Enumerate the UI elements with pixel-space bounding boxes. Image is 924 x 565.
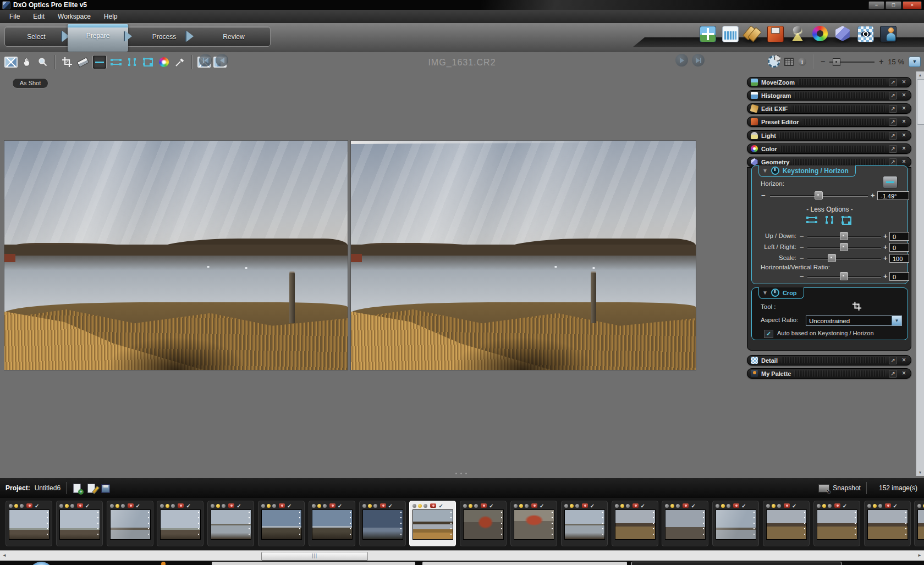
horizontal-scrollbar-thumb[interactable]: ||| bbox=[261, 552, 368, 561]
filmstrip-thumbnail[interactable]: ✓ bbox=[107, 501, 153, 546]
close-icon[interactable]: × bbox=[900, 146, 908, 152]
slider-minus[interactable]: − bbox=[761, 191, 766, 200]
tab-prepare[interactable]: Prepare bbox=[68, 24, 128, 52]
menu-file[interactable]: File bbox=[3, 11, 26, 22]
palette-header-my-palette[interactable]: My Palette ↗ × bbox=[747, 368, 911, 379]
filmstrip-thumbnail[interactable]: ✓ bbox=[763, 501, 810, 546]
thumbnail-photo[interactable] bbox=[564, 509, 605, 540]
slider-plus[interactable]: + bbox=[883, 272, 888, 280]
palette-header-color[interactable]: Color ↗ × bbox=[747, 143, 911, 154]
power-toggle-icon[interactable] bbox=[771, 289, 779, 297]
slider-plus[interactable]: + bbox=[883, 232, 888, 240]
slider-handle[interactable] bbox=[840, 243, 848, 251]
slider-plus[interactable]: + bbox=[883, 254, 888, 262]
undock-icon[interactable]: ↗ bbox=[889, 92, 897, 99]
filmstrip-thumbnail[interactable]: ✓ bbox=[409, 501, 456, 546]
close-icon[interactable]: × bbox=[900, 119, 908, 125]
palette-header-preset-editor[interactable]: Preset Editor ↗ × bbox=[747, 117, 911, 127]
vertical-scrollbar-thumb[interactable] bbox=[917, 79, 924, 125]
next-image-button[interactable] bbox=[675, 54, 688, 67]
menu-edit[interactable]: Edit bbox=[27, 11, 51, 22]
thumbnail-photo[interactable] bbox=[110, 509, 151, 540]
thumbnail-photo[interactable] bbox=[9, 509, 50, 540]
as-shot-button[interactable]: As Shot bbox=[12, 78, 48, 88]
horizon-value-field[interactable]: -1.49° bbox=[877, 191, 909, 200]
thumbnail-photo[interactable] bbox=[59, 509, 100, 540]
thumbnail-photo[interactable] bbox=[312, 509, 353, 540]
thumbnail-photo[interactable] bbox=[261, 509, 302, 540]
undock-icon[interactable]: ↗ bbox=[889, 145, 897, 153]
close-icon[interactable]: × bbox=[900, 92, 908, 99]
undock-icon[interactable]: ↗ bbox=[889, 79, 897, 86]
slider-minus[interactable]: − bbox=[800, 272, 804, 280]
leftright-value-field[interactable]: 0 bbox=[889, 243, 909, 252]
thumbnail-photo[interactable] bbox=[665, 509, 706, 540]
filmstrip-thumbnail[interactable]: ✓ bbox=[258, 501, 305, 546]
start-orb-icon[interactable] bbox=[29, 562, 54, 565]
filmstrip-thumbnail[interactable]: ✓ bbox=[561, 501, 608, 546]
hv-ratio-value-field[interactable]: 0 bbox=[889, 272, 909, 281]
vertical-scrollbar[interactable]: ▲ ▼ bbox=[916, 71, 924, 476]
thumbnail-photo[interactable] bbox=[917, 509, 924, 540]
undock-icon[interactable]: ↗ bbox=[889, 132, 897, 140]
keystone-horizontal-icon[interactable] bbox=[807, 217, 817, 223]
thumbnail-photo[interactable] bbox=[463, 509, 504, 540]
crop-tool-icon[interactable] bbox=[852, 301, 862, 313]
collapse-triangle-icon[interactable]: ▼ bbox=[762, 290, 768, 296]
filmstrip-thumbnail[interactable]: ✓ bbox=[612, 501, 658, 546]
slider-minus[interactable]: − bbox=[800, 243, 804, 251]
thumbnail-photo[interactable] bbox=[211, 509, 251, 540]
palette-header-light[interactable]: Light ↗ × bbox=[747, 130, 911, 141]
filmstrip-thumbnail[interactable]: ✓ bbox=[712, 501, 759, 546]
filmstrip-thumbnail[interactable]: ✓ bbox=[510, 501, 557, 546]
thumbnail-photo[interactable] bbox=[160, 509, 201, 540]
less-options-button[interactable]: - Less Options - bbox=[752, 206, 908, 213]
filmstrip-thumbnail[interactable]: ✓ bbox=[914, 501, 924, 546]
updown-value-field[interactable]: 0 bbox=[889, 232, 909, 241]
palette-header-edit-exif[interactable]: Edit EXIF ↗ × bbox=[747, 103, 911, 114]
horizontal-scrollbar[interactable]: ◄ ||| ► bbox=[0, 550, 924, 561]
scroll-down-icon[interactable]: ▼ bbox=[916, 470, 924, 474]
close-icon[interactable]: × bbox=[900, 370, 908, 377]
thumbnail-photo[interactable] bbox=[716, 509, 756, 540]
slider-minus[interactable]: − bbox=[800, 254, 804, 262]
palette-header-detail[interactable]: Detail ↗ × bbox=[747, 355, 911, 365]
slider-track[interactable] bbox=[807, 258, 881, 259]
palette-header-histogram[interactable]: Histogram ↗ × bbox=[747, 90, 911, 101]
close-icon[interactable]: × bbox=[900, 132, 908, 139]
filmstrip-thumbnail[interactable]: ✓ bbox=[813, 501, 860, 546]
menu-help[interactable]: Help bbox=[98, 11, 124, 22]
filmstrip-thumbnail[interactable]: ✓ bbox=[207, 501, 254, 546]
filmstrip-thumbnail[interactable]: ✓ bbox=[359, 501, 406, 546]
close-icon[interactable]: × bbox=[900, 357, 908, 364]
last-image-button[interactable] bbox=[692, 54, 705, 67]
undock-icon[interactable]: ↗ bbox=[889, 158, 897, 166]
tab-select[interactable]: Select bbox=[5, 27, 68, 46]
menu-workspace[interactable]: Workspace bbox=[52, 11, 97, 22]
taskbar-button[interactable] bbox=[631, 562, 842, 565]
thumbnail-photo[interactable] bbox=[615, 509, 656, 540]
taskbar-button[interactable] bbox=[212, 562, 415, 565]
slider-handle[interactable] bbox=[840, 272, 848, 280]
filmstrip-thumbnail[interactable]: ✓ bbox=[662, 501, 708, 546]
thumbnail-photo[interactable] bbox=[514, 509, 554, 540]
slider-handle[interactable] bbox=[828, 254, 836, 262]
slider-minus[interactable]: − bbox=[800, 232, 804, 240]
taskbar-button[interactable] bbox=[422, 562, 627, 565]
undock-icon[interactable]: ↗ bbox=[889, 370, 897, 378]
close-icon[interactable]: × bbox=[900, 106, 908, 112]
horizon-tool-button[interactable] bbox=[883, 176, 898, 189]
slider-plus[interactable]: + bbox=[883, 243, 888, 251]
slider-plus[interactable]: + bbox=[871, 191, 875, 200]
aspect-ratio-dropdown[interactable]: Unconstrained ▼ bbox=[806, 315, 902, 326]
filmstrip-thumbnail[interactable]: ✓ bbox=[56, 501, 103, 546]
filmstrip-thumbnail[interactable]: ✓ bbox=[864, 501, 911, 546]
new-project-button[interactable] bbox=[72, 484, 82, 492]
scroll-right-icon[interactable]: ► bbox=[917, 553, 922, 558]
scroll-left-icon[interactable]: ◄ bbox=[2, 553, 7, 558]
splitter-grip[interactable] bbox=[455, 473, 469, 475]
auto-keystoning-checkbox[interactable]: ✓ bbox=[764, 330, 773, 338]
undock-icon[interactable]: ↗ bbox=[889, 118, 897, 126]
save-project-button[interactable] bbox=[101, 484, 111, 492]
preview-original-image[interactable] bbox=[4, 141, 348, 370]
